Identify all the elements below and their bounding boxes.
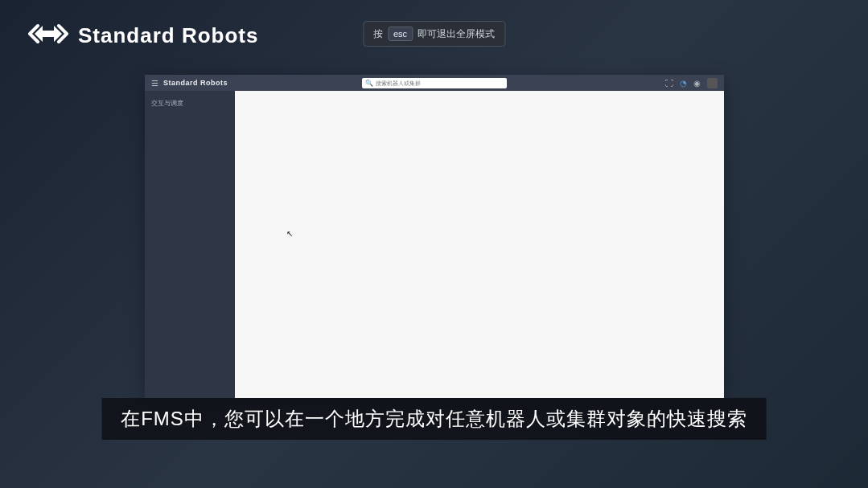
brand-header: Standard Robots <box>28 18 258 53</box>
subtitle-caption: 在FMS中，您可以在一个地方完成对任意机器人或集群对象的快速搜索 <box>101 398 767 440</box>
expand-icon[interactable]: ⛶ <box>665 79 673 88</box>
sidebar-item-interaction[interactable]: 交互与调度 <box>151 96 228 111</box>
esc-hint-suffix: 即可退出全屏模式 <box>418 27 495 41</box>
sidebar: 交互与调度 <box>145 91 235 398</box>
app-window: ☰ Standard Robots 🔍 ⛶ ◔ ◉ 交互与调度 ↖ <box>145 75 724 398</box>
brand-logo-icon <box>28 18 68 53</box>
app-body: 交互与调度 ↖ <box>145 91 724 398</box>
search-icon: 🔍 <box>365 80 373 87</box>
topbar-right: ⛶ ◔ ◉ <box>665 78 718 88</box>
search-input[interactable] <box>376 80 504 86</box>
app-title: Standard Robots <box>163 79 228 87</box>
app-topbar: ☰ Standard Robots 🔍 ⛶ ◔ ◉ <box>145 75 724 91</box>
esc-key-badge: esc <box>388 27 413 41</box>
search-box[interactable]: 🔍 <box>362 78 507 88</box>
main-content: ↖ <box>235 91 724 398</box>
notification-icon[interactable]: ◔ <box>680 79 687 88</box>
settings-icon[interactable] <box>707 78 718 88</box>
fullscreen-exit-hint: 按 esc 即可退出全屏模式 <box>363 21 505 47</box>
menu-icon[interactable]: ☰ <box>151 79 158 88</box>
user-icon[interactable]: ◉ <box>693 79 701 88</box>
brand-name: Standard Robots <box>78 23 258 48</box>
esc-hint-prefix: 按 <box>373 27 383 41</box>
cursor-icon: ↖ <box>286 229 293 238</box>
